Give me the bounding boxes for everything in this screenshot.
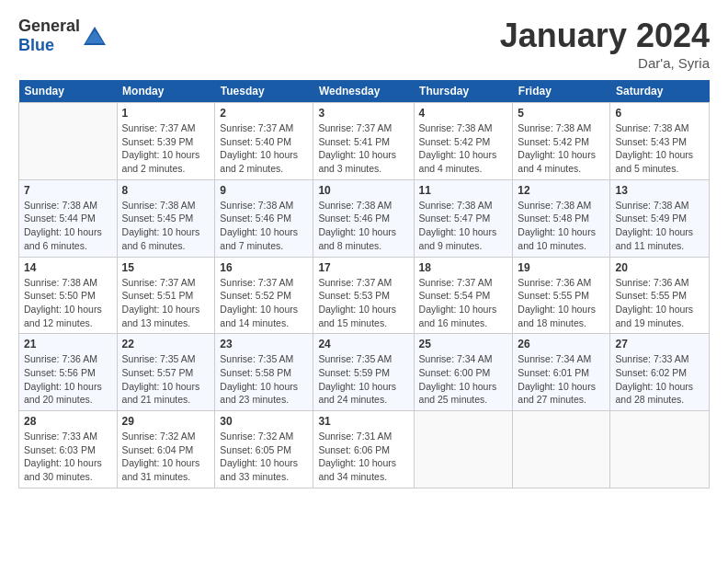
day-info: Sunrise: 7:38 AMSunset: 5:43 PMDaylight:… bbox=[615, 121, 704, 176]
day-info: Sunrise: 7:38 AMSunset: 5:44 PMDaylight:… bbox=[24, 199, 112, 253]
calendar-cell: 20Sunrise: 7:36 AMSunset: 5:55 PMDayligh… bbox=[610, 257, 710, 334]
day-info: Sunrise: 7:38 AMSunset: 5:48 PMDaylight:… bbox=[518, 199, 605, 253]
logo-text: General Blue bbox=[18, 17, 80, 55]
logo-icon bbox=[82, 23, 108, 49]
calendar-cell: 19Sunrise: 7:36 AMSunset: 5:55 PMDayligh… bbox=[513, 257, 610, 334]
calendar-cell: 5Sunrise: 7:38 AMSunset: 5:42 PMDaylight… bbox=[513, 103, 610, 180]
day-number: 10 bbox=[318, 184, 408, 197]
day-number: 30 bbox=[220, 415, 308, 428]
day-info: Sunrise: 7:37 AMSunset: 5:53 PMDaylight:… bbox=[318, 276, 408, 330]
calendar-cell: 11Sunrise: 7:38 AMSunset: 5:47 PMDayligh… bbox=[414, 179, 513, 257]
calendar-cell: 15Sunrise: 7:37 AMSunset: 5:51 PMDayligh… bbox=[117, 257, 215, 334]
day-info: Sunrise: 7:32 AMSunset: 6:04 PMDaylight:… bbox=[122, 430, 210, 484]
day-number: 9 bbox=[220, 184, 308, 197]
day-info: Sunrise: 7:34 AMSunset: 6:01 PMDaylight:… bbox=[518, 352, 605, 407]
day-info: Sunrise: 7:33 AMSunset: 6:02 PMDaylight:… bbox=[615, 352, 704, 407]
col-thursday: Thursday bbox=[414, 80, 513, 103]
week-row-4: 21Sunrise: 7:36 AMSunset: 5:56 PMDayligh… bbox=[19, 334, 710, 411]
calendar-cell: 25Sunrise: 7:34 AMSunset: 6:00 PMDayligh… bbox=[414, 334, 513, 411]
week-row-2: 7Sunrise: 7:38 AMSunset: 5:44 PMDaylight… bbox=[19, 179, 710, 257]
calendar-cell bbox=[610, 411, 710, 488]
calendar-cell: 23Sunrise: 7:35 AMSunset: 5:58 PMDayligh… bbox=[215, 334, 313, 411]
day-number: 16 bbox=[220, 261, 308, 274]
day-info: Sunrise: 7:38 AMSunset: 5:46 PMDaylight:… bbox=[318, 199, 408, 253]
calendar-cell: 30Sunrise: 7:32 AMSunset: 6:05 PMDayligh… bbox=[215, 411, 313, 488]
calendar-cell: 13Sunrise: 7:38 AMSunset: 5:49 PMDayligh… bbox=[610, 179, 710, 257]
day-info: Sunrise: 7:37 AMSunset: 5:54 PMDaylight:… bbox=[419, 276, 508, 330]
title-block: January 2024 Dar'a, Syria bbox=[500, 17, 710, 71]
day-info: Sunrise: 7:36 AMSunset: 5:56 PMDaylight:… bbox=[24, 352, 112, 407]
day-number: 6 bbox=[615, 107, 704, 120]
header-row: Sunday Monday Tuesday Wednesday Thursday… bbox=[19, 80, 710, 103]
calendar-cell: 27Sunrise: 7:33 AMSunset: 6:02 PMDayligh… bbox=[610, 334, 710, 411]
day-number: 8 bbox=[122, 184, 210, 197]
day-number: 25 bbox=[419, 338, 508, 350]
day-number: 26 bbox=[518, 338, 605, 350]
calendar-cell: 18Sunrise: 7:37 AMSunset: 5:54 PMDayligh… bbox=[414, 257, 513, 334]
day-number: 29 bbox=[122, 415, 210, 428]
day-info: Sunrise: 7:37 AMSunset: 5:41 PMDaylight:… bbox=[318, 121, 408, 176]
day-number: 28 bbox=[24, 415, 112, 428]
day-info: Sunrise: 7:37 AMSunset: 5:51 PMDaylight:… bbox=[122, 276, 210, 330]
col-sunday: Sunday bbox=[19, 80, 118, 103]
day-info: Sunrise: 7:38 AMSunset: 5:42 PMDaylight:… bbox=[419, 121, 508, 176]
day-info: Sunrise: 7:31 AMSunset: 6:06 PMDaylight:… bbox=[318, 430, 408, 484]
day-info: Sunrise: 7:37 AMSunset: 5:40 PMDaylight:… bbox=[220, 121, 308, 176]
page: General Blue January 2024 Dar'a, Syria S… bbox=[0, 0, 728, 498]
week-row-5: 28Sunrise: 7:33 AMSunset: 6:03 PMDayligh… bbox=[19, 411, 710, 488]
day-info: Sunrise: 7:38 AMSunset: 5:46 PMDaylight:… bbox=[220, 199, 308, 253]
day-info: Sunrise: 7:35 AMSunset: 5:59 PMDaylight:… bbox=[318, 352, 408, 407]
header: General Blue January 2024 Dar'a, Syria bbox=[18, 17, 710, 71]
logo-general: General bbox=[18, 17, 80, 35]
calendar-cell bbox=[513, 411, 610, 488]
calendar-cell: 29Sunrise: 7:32 AMSunset: 6:04 PMDayligh… bbox=[117, 411, 215, 488]
day-number: 31 bbox=[318, 415, 408, 428]
day-info: Sunrise: 7:38 AMSunset: 5:42 PMDaylight:… bbox=[518, 121, 605, 176]
day-info: Sunrise: 7:32 AMSunset: 6:05 PMDaylight:… bbox=[220, 430, 308, 484]
week-row-3: 14Sunrise: 7:38 AMSunset: 5:50 PMDayligh… bbox=[19, 257, 710, 334]
day-number: 17 bbox=[318, 261, 408, 274]
calendar-cell: 7Sunrise: 7:38 AMSunset: 5:44 PMDaylight… bbox=[19, 179, 118, 257]
day-info: Sunrise: 7:37 AMSunset: 5:52 PMDaylight:… bbox=[220, 276, 308, 330]
day-number: 7 bbox=[24, 184, 112, 197]
day-number: 2 bbox=[220, 107, 308, 120]
calendar-header: Sunday Monday Tuesday Wednesday Thursday… bbox=[19, 80, 710, 103]
day-number: 23 bbox=[220, 338, 308, 350]
day-number: 13 bbox=[615, 184, 704, 197]
calendar-cell: 3Sunrise: 7:37 AMSunset: 5:41 PMDaylight… bbox=[313, 103, 414, 180]
week-row-1: 1Sunrise: 7:37 AMSunset: 5:39 PMDaylight… bbox=[19, 103, 710, 180]
calendar-cell: 1Sunrise: 7:37 AMSunset: 5:39 PMDaylight… bbox=[117, 103, 215, 180]
day-number: 19 bbox=[518, 261, 605, 274]
col-monday: Monday bbox=[117, 80, 215, 103]
day-number: 21 bbox=[24, 338, 112, 350]
day-number: 4 bbox=[419, 107, 508, 120]
day-number: 20 bbox=[615, 261, 704, 274]
col-tuesday: Tuesday bbox=[215, 80, 313, 103]
svg-marker-1 bbox=[85, 30, 104, 43]
calendar-cell: 8Sunrise: 7:38 AMSunset: 5:45 PMDaylight… bbox=[117, 179, 215, 257]
day-number: 24 bbox=[318, 338, 408, 350]
col-wednesday: Wednesday bbox=[313, 80, 414, 103]
calendar-cell: 22Sunrise: 7:35 AMSunset: 5:57 PMDayligh… bbox=[117, 334, 215, 411]
day-info: Sunrise: 7:38 AMSunset: 5:49 PMDaylight:… bbox=[615, 199, 704, 253]
day-number: 11 bbox=[419, 184, 508, 197]
day-info: Sunrise: 7:36 AMSunset: 5:55 PMDaylight:… bbox=[615, 276, 704, 330]
calendar-cell bbox=[19, 103, 118, 180]
calendar-cell: 31Sunrise: 7:31 AMSunset: 6:06 PMDayligh… bbox=[313, 411, 414, 488]
day-info: Sunrise: 7:38 AMSunset: 5:47 PMDaylight:… bbox=[419, 199, 508, 253]
calendar-cell: 4Sunrise: 7:38 AMSunset: 5:42 PMDaylight… bbox=[414, 103, 513, 180]
day-number: 22 bbox=[122, 338, 210, 350]
calendar-cell: 26Sunrise: 7:34 AMSunset: 6:01 PMDayligh… bbox=[513, 334, 610, 411]
day-info: Sunrise: 7:37 AMSunset: 5:39 PMDaylight:… bbox=[122, 121, 210, 176]
col-saturday: Saturday bbox=[610, 80, 710, 103]
day-number: 1 bbox=[122, 107, 210, 120]
day-number: 14 bbox=[24, 261, 112, 274]
calendar-cell: 10Sunrise: 7:38 AMSunset: 5:46 PMDayligh… bbox=[313, 179, 414, 257]
calendar-cell: 2Sunrise: 7:37 AMSunset: 5:40 PMDaylight… bbox=[215, 103, 313, 180]
day-number: 18 bbox=[419, 261, 508, 274]
day-info: Sunrise: 7:35 AMSunset: 5:58 PMDaylight:… bbox=[220, 352, 308, 407]
calendar-cell: 17Sunrise: 7:37 AMSunset: 5:53 PMDayligh… bbox=[313, 257, 414, 334]
day-number: 3 bbox=[318, 107, 408, 120]
calendar-table: Sunday Monday Tuesday Wednesday Thursday… bbox=[18, 80, 710, 488]
calendar-cell: 14Sunrise: 7:38 AMSunset: 5:50 PMDayligh… bbox=[19, 257, 118, 334]
